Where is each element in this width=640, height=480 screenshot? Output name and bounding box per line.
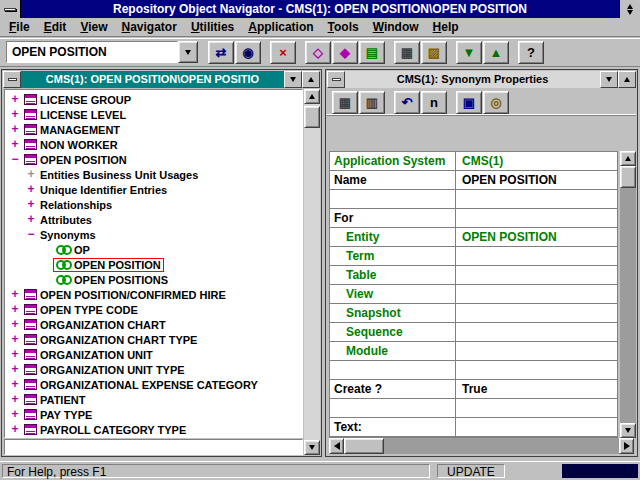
- property-value[interactable]: [456, 304, 617, 323]
- combo-dropdown-button[interactable]: [178, 41, 198, 63]
- tree-item[interactable]: +Attributes: [5, 212, 302, 227]
- expand-all-button[interactable]: ▼: [456, 41, 482, 64]
- tree-item-content[interactable]: OPEN TYPE CODE: [21, 303, 141, 317]
- tree-expander-minus-icon[interactable]: −: [9, 153, 21, 166]
- collapse-all-button[interactable]: ▲: [483, 41, 509, 64]
- menu-tools[interactable]: Tools: [321, 18, 366, 36]
- tree-expander-plus-icon[interactable]: +: [9, 393, 21, 406]
- tree-item[interactable]: OPEN POSITION: [5, 257, 302, 272]
- tree-item[interactable]: −OPEN POSITION: [5, 152, 302, 167]
- tree-item[interactable]: +OPEN TYPE CODE: [5, 302, 302, 317]
- undo-button[interactable]: ↶: [394, 91, 420, 114]
- menu-window[interactable]: Window: [366, 18, 426, 36]
- property-value[interactable]: [456, 209, 617, 228]
- properties-scroll-down-button[interactable]: [620, 423, 636, 438]
- tree-expander-plus-icon[interactable]: +: [25, 183, 37, 196]
- tree-expander-plus-icon[interactable]: +: [9, 288, 21, 301]
- tree-item[interactable]: +Unique Identifier Entries: [5, 182, 302, 197]
- tree-expander-plus-icon[interactable]: +: [9, 363, 21, 376]
- tree-expander-plus-icon[interactable]: +: [9, 123, 21, 136]
- tree-expander-plus-icon[interactable]: +: [9, 303, 21, 316]
- tree-item[interactable]: +PATIENT: [5, 392, 302, 407]
- tree-item-content[interactable]: LICENSE GROUP: [21, 93, 134, 107]
- insert-text-button[interactable]: n: [421, 91, 447, 114]
- tree-item[interactable]: −Synonyms: [5, 227, 302, 242]
- tree-window-maximize-button[interactable]: [302, 71, 320, 88]
- tree-expander-plus-icon[interactable]: +: [25, 213, 37, 226]
- tree-expander-plus-icon[interactable]: +: [25, 168, 37, 181]
- tree-scroll-down-button[interactable]: [304, 440, 320, 455]
- create-child-button[interactable]: ◆: [332, 41, 358, 64]
- tree-expander-minus-icon[interactable]: −: [25, 228, 37, 241]
- tree-item[interactable]: OP: [5, 242, 302, 257]
- tree-item[interactable]: +ORGANIZATIONAL EXPENSE CATEGORY: [5, 377, 302, 392]
- property-value[interactable]: [456, 323, 617, 342]
- properties-scroll-thumb[interactable]: [620, 166, 636, 188]
- properties-window-system-button[interactable]: [327, 71, 345, 88]
- tree-item-content[interactable]: PAY TYPE: [21, 408, 95, 422]
- tree-item-content[interactable]: ORGANIZATION UNIT: [21, 348, 156, 362]
- property-value[interactable]: [456, 342, 617, 361]
- tree-item-content[interactable]: Entities Business Unit Usages: [37, 168, 201, 182]
- tree-item[interactable]: +Relationships: [5, 197, 302, 212]
- tree-item-content[interactable]: OPEN POSITIONS: [53, 273, 171, 287]
- tree-item-content[interactable]: LICENSE LEVEL: [21, 108, 129, 122]
- tree-expander-plus-icon[interactable]: +: [9, 423, 21, 436]
- tree-item-content[interactable]: Relationships: [37, 198, 115, 212]
- tree-window-minimize-button[interactable]: [284, 71, 302, 88]
- find-button[interactable]: ◉: [235, 41, 261, 64]
- properties-hscroll-thumb[interactable]: [344, 438, 384, 454]
- tree-item-content[interactable]: Unique Identifier Entries: [37, 183, 170, 197]
- tree-item-content[interactable]: Attributes: [37, 213, 95, 227]
- tree-expander-plus-icon[interactable]: +: [9, 348, 21, 361]
- menu-view[interactable]: View: [73, 18, 114, 36]
- diagram-button[interactable]: ▦: [332, 91, 358, 114]
- tree-item-content[interactable]: ORGANIZATION CHART: [21, 318, 169, 332]
- tree-item[interactable]: +ORGANIZATION CHART TYPE: [5, 332, 302, 347]
- tree-expander-plus-icon[interactable]: +: [9, 408, 21, 421]
- tree-item-content[interactable]: NON WORKER: [21, 138, 121, 152]
- delete-button[interactable]: ×: [270, 41, 296, 64]
- object-combo-value[interactable]: OPEN POSITION: [6, 41, 178, 63]
- tree-window-system-button[interactable]: [3, 71, 21, 88]
- tree-scroll-up-button[interactable]: [304, 89, 320, 104]
- properties-hscroll-trough[interactable]: [344, 438, 619, 454]
- tree-expander-plus-icon[interactable]: +: [25, 198, 37, 211]
- help-button[interactable]: ?: [518, 41, 544, 64]
- property-value[interactable]: CMS(1): [456, 152, 617, 171]
- property-value[interactable]: [456, 418, 617, 437]
- tree-item[interactable]: +Entities Business Unit Usages: [5, 167, 302, 182]
- property-value[interactable]: [456, 190, 617, 209]
- menu-edit[interactable]: Edit: [37, 18, 74, 36]
- tree-item[interactable]: +ORGANIZATION UNIT TYPE: [5, 362, 302, 377]
- tree-item[interactable]: +ORGANIZATION UNIT: [5, 347, 302, 362]
- properties-scroll-trough[interactable]: [620, 166, 636, 423]
- tree-item[interactable]: +LICENSE LEVEL: [5, 107, 302, 122]
- property-value[interactable]: [456, 285, 617, 304]
- tree-item-content[interactable]: ORGANIZATION CHART TYPE: [21, 333, 200, 347]
- menu-application[interactable]: Application: [241, 18, 320, 36]
- property-value[interactable]: True: [456, 380, 617, 399]
- tree-item[interactable]: +ORGANIZATION CHART: [5, 317, 302, 332]
- tree-item-content[interactable]: MANAGEMENT: [21, 123, 123, 137]
- tree-item[interactable]: +MANAGEMENT: [5, 122, 302, 137]
- tree-item-content[interactable]: Synonyms: [37, 228, 99, 242]
- clear-button[interactable]: ▨: [421, 41, 447, 64]
- tree-expander-plus-icon[interactable]: +: [9, 108, 21, 121]
- property-value[interactable]: OPEN POSITION: [456, 228, 617, 247]
- tree-item[interactable]: OPEN POSITIONS: [5, 272, 302, 287]
- tree-item-content[interactable]: OPEN POSITION: [21, 153, 130, 167]
- requery-button[interactable]: ⇄: [208, 41, 234, 64]
- menu-utilities[interactable]: Utilities: [184, 18, 241, 36]
- tree-scroll-trough[interactable]: [304, 104, 320, 440]
- tree-item-content[interactable]: PAYROLL CATEGORY TYPE: [21, 423, 189, 437]
- property-value[interactable]: [456, 399, 617, 418]
- tree-expander-plus-icon[interactable]: +: [9, 318, 21, 331]
- tree-expander-plus-icon[interactable]: +: [9, 138, 21, 151]
- requery-properties-button[interactable]: ▥: [359, 91, 385, 114]
- property-value[interactable]: [456, 247, 617, 266]
- properties-scroll-up-button[interactable]: [620, 151, 636, 166]
- tree-item-content[interactable]: OPEN POSITION/CONFIRMED HIRE: [21, 288, 229, 302]
- tree-item[interactable]: +PAYROLL CATEGORY TYPE: [5, 422, 302, 437]
- properties-scroll-left-button[interactable]: [329, 438, 344, 454]
